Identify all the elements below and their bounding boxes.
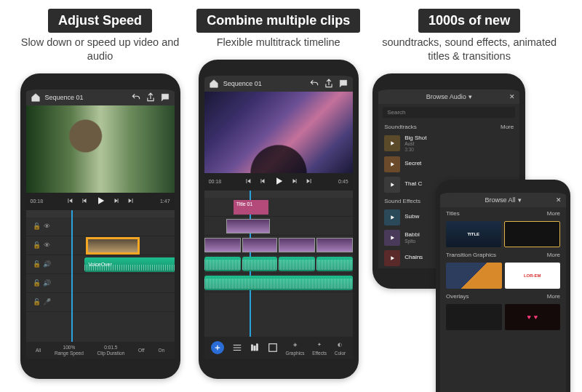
- play-thumb-icon[interactable]: [384, 209, 400, 225]
- transition-tile[interactable]: LOR-EM: [505, 263, 561, 289]
- tracks-icon[interactable]: [250, 343, 260, 353]
- overlay-tile[interactable]: [446, 304, 502, 330]
- lock-icon[interactable]: 🔓: [33, 260, 41, 268]
- lock-icon[interactable]: 🔓: [33, 298, 41, 305]
- speed-all[interactable]: All: [36, 348, 41, 353]
- lock-icon[interactable]: 🔓: [33, 223, 41, 230]
- more-link[interactable]: More: [501, 124, 514, 130]
- video-preview[interactable]: [204, 92, 353, 173]
- panel-1000s-new: 1000s of new soundtracks, sound effects,…: [372, 9, 566, 379]
- play-thumb-icon[interactable]: [384, 250, 400, 266]
- track-audio-3[interactable]: 🔓🎤: [26, 293, 175, 312]
- close-icon[interactable]: ✕: [509, 93, 515, 100]
- track-title[interactable]: Title 01: [204, 198, 353, 217]
- mute-icon[interactable]: 🔊: [44, 260, 51, 268]
- video-overlay-clip[interactable]: [226, 219, 270, 233]
- play-icon[interactable]: [274, 176, 284, 188]
- undo-icon[interactable]: [131, 92, 141, 103]
- home-icon[interactable]: [209, 79, 219, 89]
- lock-icon[interactable]: 🔓: [33, 241, 41, 249]
- add-button[interactable]: [211, 341, 224, 354]
- headline-1: Adjust Speed: [48, 9, 152, 33]
- timeline[interactable]: 🔓👁 🔓👁 🔓🔊 VoiceOver: [26, 210, 175, 342]
- audio-clip[interactable]: [316, 257, 353, 271]
- video-clip-selected[interactable]: [87, 239, 138, 253]
- search-input[interactable]: Search: [383, 107, 515, 118]
- title-template-tile[interactable]: TITLE: [446, 221, 501, 247]
- tab-graphics[interactable]: ◈Graphics: [286, 340, 305, 356]
- tab-color[interactable]: ◐Color: [335, 340, 346, 356]
- track-video-2[interactable]: 🔓👁: [26, 217, 175, 236]
- step-forward-icon[interactable]: [291, 177, 298, 186]
- track-audio-music[interactable]: [204, 273, 353, 292]
- video-preview[interactable]: [26, 105, 175, 193]
- comment-icon[interactable]: [160, 92, 170, 103]
- home-icon[interactable]: [31, 92, 41, 103]
- play-thumb-icon[interactable]: [384, 156, 400, 172]
- more-link[interactable]: More: [547, 210, 560, 217]
- svg-rect-1: [254, 346, 255, 351]
- timecode-total: 1:47: [160, 199, 170, 204]
- timeline[interactable]: Title 01: [204, 191, 353, 337]
- play-thumb-icon[interactable]: [384, 230, 400, 246]
- browse-audio-title[interactable]: Browse Audio: [426, 93, 466, 100]
- step-back-icon[interactable]: [81, 197, 88, 206]
- audio-item[interactable]: Big ShotAust3:30: [378, 133, 519, 154]
- speed-range[interactable]: 100%Range Speed: [55, 345, 84, 356]
- comment-icon[interactable]: [338, 79, 348, 89]
- track-video-main[interactable]: [204, 236, 353, 255]
- browse-all-title[interactable]: Browse All: [485, 196, 515, 204]
- audio-item[interactable]: Secret: [378, 154, 519, 175]
- audio-clip[interactable]: [242, 257, 277, 271]
- transition-tile[interactable]: [446, 263, 502, 289]
- step-forward-icon[interactable]: [113, 197, 120, 206]
- section-label: Soundtracks: [384, 124, 416, 130]
- lock-icon[interactable]: 🔓: [33, 279, 41, 287]
- play-icon[interactable]: [95, 196, 105, 207]
- time-ruler[interactable]: [26, 210, 175, 217]
- audio-clip[interactable]: [204, 257, 241, 271]
- music-clip[interactable]: [204, 276, 353, 290]
- audio-clip[interactable]: [279, 257, 315, 271]
- mic-icon[interactable]: 🎤: [44, 298, 51, 305]
- undo-icon[interactable]: [309, 79, 319, 89]
- share-icon[interactable]: [146, 92, 156, 103]
- timeline-view-icon[interactable]: [232, 343, 242, 353]
- track-video-1[interactable]: 🔓👁: [26, 236, 175, 255]
- skip-end-icon[interactable]: [306, 177, 313, 186]
- video-clip[interactable]: [242, 238, 277, 252]
- skip-start-icon[interactable]: [244, 177, 252, 186]
- chevron-down-icon[interactable]: ▾: [469, 93, 472, 100]
- speed-toggle-off[interactable]: Off: [138, 348, 145, 353]
- audio-clip-voiceover[interactable]: VoiceOver: [84, 257, 175, 272]
- eye-icon[interactable]: 👁: [44, 241, 51, 249]
- skip-start-icon[interactable]: [66, 197, 73, 206]
- play-thumb-icon[interactable]: [384, 177, 400, 193]
- more-link[interactable]: More: [547, 252, 560, 258]
- video-clip[interactable]: [316, 238, 353, 252]
- chevron-down-icon[interactable]: ▾: [518, 196, 522, 204]
- eye-icon[interactable]: 👁: [44, 223, 51, 230]
- time-ruler[interactable]: [204, 191, 353, 198]
- title-template-tile[interactable]: [504, 221, 561, 247]
- close-icon[interactable]: ✕: [556, 196, 562, 204]
- clip-duration[interactable]: 0:01.5Clip Duration: [97, 345, 125, 356]
- title-clip[interactable]: Title 01: [234, 200, 268, 215]
- track-audio-1[interactable]: 🔓🔊 VoiceOver: [26, 255, 175, 274]
- tab-effects[interactable]: ✦Effects: [312, 340, 327, 356]
- speed-toggle-on[interactable]: On: [158, 348, 164, 353]
- overlay-tile[interactable]: [505, 304, 561, 330]
- video-clip[interactable]: [279, 238, 315, 252]
- video-clip[interactable]: [204, 238, 241, 252]
- track-video-overlay[interactable]: [204, 217, 353, 236]
- mute-icon[interactable]: 🔊: [44, 279, 51, 287]
- track-audio-2[interactable]: 🔓🔊: [26, 274, 175, 293]
- expand-icon[interactable]: [268, 343, 278, 353]
- share-icon[interactable]: [324, 79, 334, 89]
- more-link[interactable]: More: [547, 293, 560, 300]
- play-thumb-icon[interactable]: [384, 135, 400, 151]
- track-audio-main[interactable]: [204, 255, 353, 273]
- section-titles: Titles More: [440, 207, 566, 220]
- skip-end-icon[interactable]: [127, 197, 135, 206]
- step-back-icon[interactable]: [259, 177, 266, 186]
